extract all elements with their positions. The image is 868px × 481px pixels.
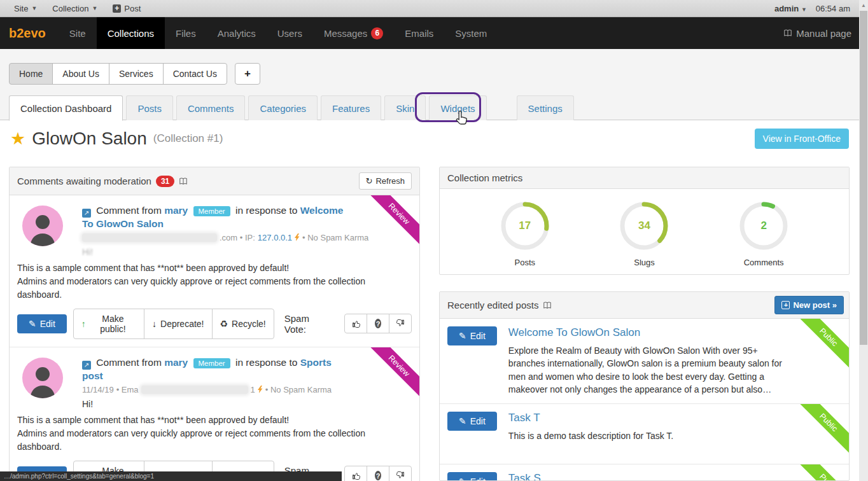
metrics-body: 17 Posts 34 Slugs xyxy=(440,189,849,274)
antispam-bolt-icon[interactable] xyxy=(258,386,263,393)
vote-spam-button[interactable] xyxy=(389,314,412,333)
tab-categories[interactable]: Categories xyxy=(248,95,318,120)
tab-settings[interactable]: Settings xyxy=(517,95,574,120)
thumbs-down-icon xyxy=(396,471,405,480)
metric-value: 34 xyxy=(617,199,671,253)
ip-address: 127.0.0.1 xyxy=(258,233,292,242)
comments-moderation-panel: Comments awaiting moderation 31 ↻ Refres… xyxy=(9,167,420,481)
plus-square-icon: + xyxy=(113,4,121,13)
refresh-button[interactable]: ↻ Refresh xyxy=(359,172,412,190)
add-collection-button[interactable]: + xyxy=(235,63,260,85)
metric-label: Posts xyxy=(515,258,536,267)
browser-status-bar: …/admin.php?ctrl=coll_settings&tab=gener… xyxy=(0,471,342,481)
arrow-up-icon: ↑ xyxy=(81,319,86,329)
post-excerpt: This is a demo task description for Task… xyxy=(508,429,673,442)
nav-collections[interactable]: Collections xyxy=(97,17,165,49)
metrics-panel-title: Collection metrics xyxy=(447,172,522,183)
tab-features[interactable]: Features xyxy=(321,95,381,120)
post-title-link[interactable]: Welcome To GlowOn Salon xyxy=(508,326,797,339)
scrollbar-up-arrow[interactable]: ▲ xyxy=(859,0,868,10)
chevron-down-icon: ▼ xyxy=(92,5,97,11)
manual-page-label: Manual page xyxy=(796,28,851,39)
nav-analytics[interactable]: Analytics xyxy=(207,17,267,49)
spam-vote-group: ? xyxy=(344,314,412,333)
comment-author-link[interactable]: mary xyxy=(164,357,188,368)
vote-unsure-button[interactable]: ? xyxy=(367,314,389,333)
nav-system[interactable]: System xyxy=(444,17,498,49)
comment-title: ↗ Comment from mary Member in response t… xyxy=(17,354,351,383)
tab-skin[interactable]: Skin xyxy=(384,95,426,120)
edit-comment-button[interactable]: ✎ Edit xyxy=(17,314,67,333)
public-ribbon: Public xyxy=(792,319,849,373)
thumbs-up-icon xyxy=(351,471,361,480)
nav-files[interactable]: Files xyxy=(165,17,207,49)
collection-tab-services[interactable]: Services xyxy=(109,63,164,85)
view-front-office-button[interactable]: View in Front-Office xyxy=(755,129,849,149)
collection-sub-tabs: Collection Dashboard Posts Comments Cate… xyxy=(9,95,577,120)
nav-emails[interactable]: Emails xyxy=(394,17,444,49)
tab-widgets[interactable]: Widgets xyxy=(429,95,486,120)
tab-posts[interactable]: Posts xyxy=(126,95,173,120)
avatar[interactable] xyxy=(22,358,63,398)
nav-site[interactable]: Site xyxy=(59,17,97,49)
vote-not-spam-button[interactable] xyxy=(344,314,367,333)
favorite-star-icon[interactable]: ★ xyxy=(10,129,25,149)
spam-vote-group: ? xyxy=(344,466,412,481)
edit-post-button[interactable]: ✎ Edit xyxy=(447,472,497,481)
page-scrollbar[interactable]: ▲ xyxy=(859,0,868,481)
post-title-link[interactable]: Task S xyxy=(508,472,541,481)
collection-tab-contact-us[interactable]: Contact Us xyxy=(163,63,227,85)
edit-post-button[interactable]: ✎ Edit xyxy=(447,326,497,345)
comment-body: This is a sample comment that has **not*… xyxy=(17,414,412,454)
metric-posts: 17 Posts xyxy=(498,199,552,267)
spam-vote-label: Spam Vote: xyxy=(284,313,333,335)
scrollbar-thumb[interactable] xyxy=(860,11,867,345)
main-navbar: b2evo Site Collections Files Analytics U… xyxy=(0,17,868,49)
donut-chart-posts: 17 xyxy=(498,199,552,253)
b2evo-logo[interactable]: b2evo xyxy=(0,17,59,49)
pencil-icon: ✎ xyxy=(459,416,466,426)
evobar: Site ▼ Collection ▼ + Post admin ▼ 06:54… xyxy=(0,0,868,17)
b2evolution-admin-dashboard: Site ▼ Collection ▼ + Post admin ▼ 06:54… xyxy=(0,0,868,481)
new-post-button[interactable]: + New post » xyxy=(774,296,844,314)
arrow-down-icon: ↓ xyxy=(152,319,157,329)
vote-not-spam-button[interactable] xyxy=(344,466,367,481)
avatar[interactable] xyxy=(22,206,63,246)
vote-unsure-button[interactable]: ? xyxy=(367,466,389,481)
book-icon[interactable] xyxy=(543,301,552,310)
collection-tab-about-us[interactable]: About Us xyxy=(52,63,109,85)
plus-square-icon: + xyxy=(781,301,790,309)
tab-comments[interactable]: Comments xyxy=(176,95,246,120)
refresh-icon: ↻ xyxy=(366,176,373,186)
chevron-down-icon: ▼ xyxy=(801,6,807,13)
evobar-new-post[interactable]: + Post xyxy=(105,4,148,13)
pencil-icon: ✎ xyxy=(29,319,36,329)
permalink-icon[interactable]: ↗ xyxy=(82,361,91,370)
collection-tab-home[interactable]: Home xyxy=(9,63,53,85)
recycle-button[interactable]: ♻Recycle! xyxy=(212,309,274,339)
evobar-collection-menu[interactable]: Collection ▼ xyxy=(45,4,105,13)
nav-users[interactable]: Users xyxy=(267,17,313,49)
redacted-email xyxy=(82,234,217,242)
make-public-button[interactable]: ↑Make public! xyxy=(73,309,144,339)
metric-value: 2 xyxy=(737,199,790,253)
collection-metrics-panel: Collection metrics 17 Posts xyxy=(439,167,850,275)
permalink-icon[interactable]: ↗ xyxy=(82,209,91,218)
antispam-bolt-icon[interactable] xyxy=(295,234,300,241)
comment-author-link[interactable]: mary xyxy=(164,205,188,216)
book-icon[interactable] xyxy=(179,177,188,186)
edit-post-button[interactable]: ✎ Edit xyxy=(447,412,497,431)
evobar-site-menu[interactable]: Site ▼ xyxy=(6,4,45,13)
post-title-link[interactable]: Task T xyxy=(508,412,673,424)
vote-spam-button[interactable] xyxy=(389,466,412,481)
manual-page-link[interactable]: Manual page xyxy=(783,17,868,49)
nav-messages[interactable]: Messages 6 xyxy=(313,17,394,49)
deprecate-button[interactable]: ↓Deprecate! xyxy=(144,309,212,339)
metric-slugs: 34 Slugs xyxy=(617,199,671,267)
user-menu[interactable]: admin ▼ xyxy=(774,4,807,13)
book-icon xyxy=(783,29,792,38)
page-title: GlowOn Salon xyxy=(32,129,147,149)
comments-panel-title: Comments awaiting moderation xyxy=(17,176,151,186)
evobar-post-label: Post xyxy=(124,4,141,13)
tab-collection-dashboard[interactable]: Collection Dashboard xyxy=(9,95,123,121)
